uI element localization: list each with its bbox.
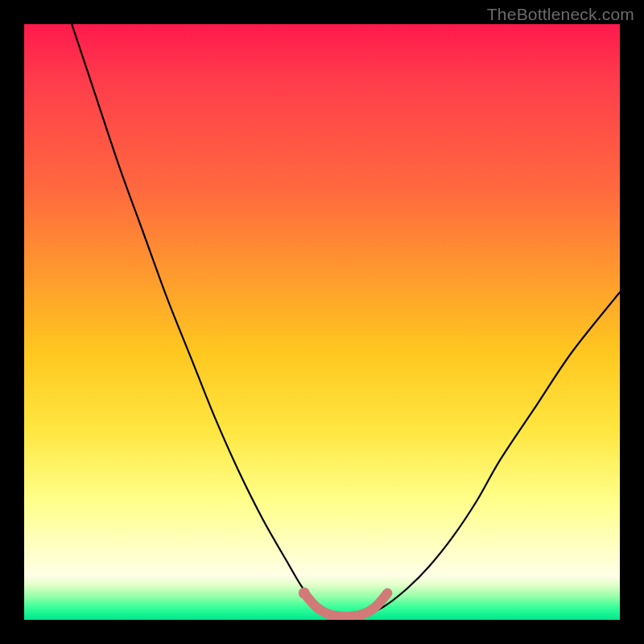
- highlight-dot: [299, 588, 310, 599]
- bottleneck-curve-path: [72, 24, 620, 618]
- chart-frame: TheBottleneck.com: [0, 0, 644, 644]
- watermark-text: TheBottleneck.com: [487, 5, 634, 24]
- chart-overlay: [24, 24, 620, 620]
- plot-area: [24, 24, 620, 620]
- highlight-band-path: [304, 593, 388, 617]
